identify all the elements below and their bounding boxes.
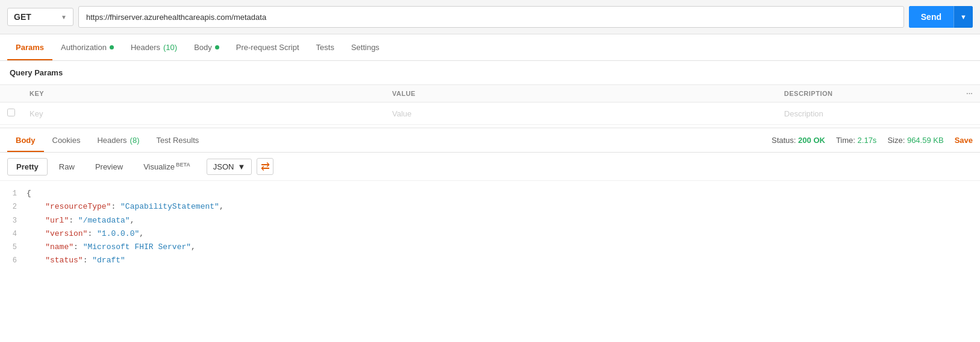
tab-params[interactable]: Params xyxy=(7,34,52,60)
send-dropdown-icon[interactable]: ▼ xyxy=(953,6,973,28)
send-button[interactable]: Send ▼ xyxy=(909,6,973,28)
view-pretty-button[interactable]: Pretty xyxy=(7,158,48,176)
wrap-button[interactable]: ⇄ xyxy=(257,158,273,175)
resp-tab-headers[interactable]: Headers (8) xyxy=(89,128,148,152)
tab-settings[interactable]: Settings xyxy=(343,34,388,60)
method-chevron-icon: ▼ xyxy=(61,14,67,21)
resp-tab-cookies[interactable]: Cookies xyxy=(44,128,89,152)
send-label: Send xyxy=(909,6,953,28)
json-line: 6 "status" : "draft" xyxy=(0,254,980,267)
json-line: 4 "version" : "1.0.0.0" , xyxy=(0,227,980,241)
col-checkbox-header xyxy=(0,85,22,103)
col-more-header: ··· xyxy=(959,85,980,103)
key-cell[interactable]: Key xyxy=(22,103,385,125)
json-line: 3 "url" : "/metadata" , xyxy=(0,214,980,227)
tab-pre-request-script[interactable]: Pre-request Script xyxy=(228,34,308,60)
top-bar: GET ▼ Send ▼ xyxy=(0,0,980,34)
resp-tab-body[interactable]: Body xyxy=(7,128,44,152)
json-line: 1 { xyxy=(0,187,980,200)
json-line: 2 "resourceType" : "CapabilityStatement"… xyxy=(0,200,980,214)
json-viewer: 1 { 2 "resourceType" : "CapabilityStatem… xyxy=(0,181,980,273)
save-link[interactable]: Save xyxy=(955,136,973,145)
headers-count: (10) xyxy=(163,43,177,52)
time-label: Time: 2.17s xyxy=(836,136,876,145)
col-value-header: VALUE xyxy=(385,85,777,103)
value-cell[interactable]: Value xyxy=(385,103,777,125)
size-value: 964.59 KB xyxy=(907,136,944,145)
status-value: 200 OK xyxy=(798,136,825,145)
row-checkbox[interactable] xyxy=(0,103,22,125)
time-value: 2.17s xyxy=(858,136,877,145)
format-chevron-icon: ▼ xyxy=(237,162,245,171)
status-label: Status: 200 OK xyxy=(772,136,825,145)
more-cell xyxy=(959,103,980,125)
response-meta: Status: 200 OK Time: 2.17s Size: 964.59 … xyxy=(772,136,973,145)
params-table: KEY VALUE DESCRIPTION ··· Key Value Desc… xyxy=(0,84,980,125)
desc-cell[interactable]: Description xyxy=(777,103,960,125)
body-dot xyxy=(215,45,219,49)
resp-tab-test-results[interactable]: Test Results xyxy=(148,128,208,152)
body-toolbar: Pretty Raw Preview VisualizeBETA JSON ▼ … xyxy=(0,153,980,181)
method-dropdown[interactable]: GET ▼ xyxy=(7,8,73,26)
json-line: 5 "name" : "Microsoft FHIR Server" , xyxy=(0,241,980,254)
beta-badge: BETA xyxy=(176,162,190,168)
format-dropdown[interactable]: JSON ▼ xyxy=(207,159,252,175)
request-tabs: Params Authorization Headers (10) Body P… xyxy=(0,34,980,61)
col-key-header: KEY xyxy=(22,85,385,103)
col-desc-header: DESCRIPTION xyxy=(777,85,960,103)
wrap-icon: ⇄ xyxy=(261,160,270,173)
tab-headers[interactable]: Headers (10) xyxy=(122,34,186,60)
table-row: Key Value Description xyxy=(0,103,980,125)
size-label: Size: 964.59 KB xyxy=(887,136,943,145)
tab-authorization[interactable]: Authorization xyxy=(52,34,122,60)
url-input[interactable] xyxy=(78,6,904,28)
tab-tests[interactable]: Tests xyxy=(308,34,343,60)
query-params-title: Query Params xyxy=(0,61,980,84)
authorization-dot xyxy=(110,45,114,49)
view-preview-button[interactable]: Preview xyxy=(86,158,132,176)
method-label: GET xyxy=(14,12,31,22)
resp-headers-count: (8) xyxy=(130,136,140,145)
tab-body[interactable]: Body xyxy=(186,34,228,60)
view-visualize-button[interactable]: VisualizeBETA xyxy=(134,157,199,176)
response-tabs-bar: Body Cookies Headers (8) Test Results St… xyxy=(0,127,980,153)
view-raw-button[interactable]: Raw xyxy=(50,158,84,176)
